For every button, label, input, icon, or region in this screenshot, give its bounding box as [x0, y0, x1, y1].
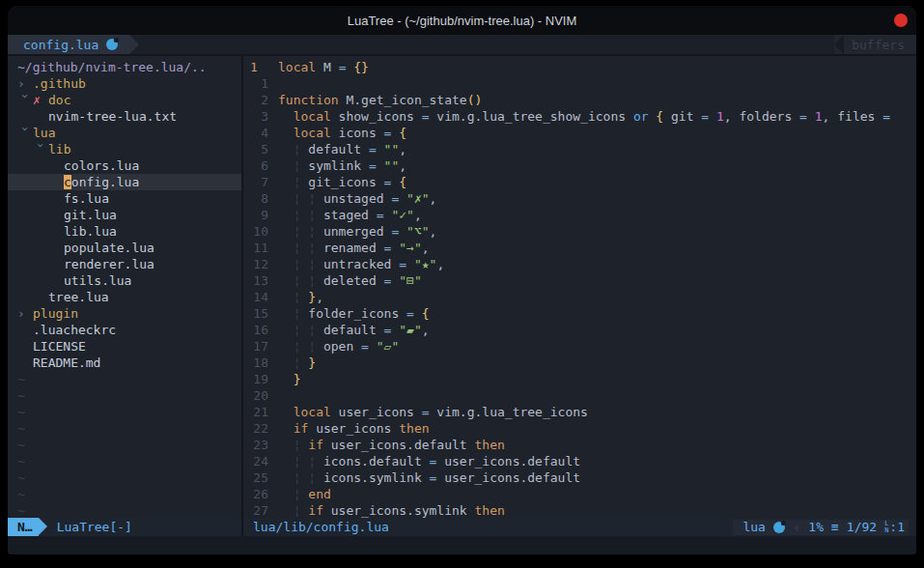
empty-line-tilde: ~	[8, 404, 241, 420]
code-text: ¦ if user_icons.default then	[278, 437, 505, 453]
line-number-relative: 15	[243, 305, 268, 322]
statusline: N… LuaTree[-] lua/lib/config.lua lua ‹ 1…	[8, 518, 916, 536]
code-line[interactable]: 1local M = {}	[243, 59, 916, 75]
tree-item-LICENSE[interactable]: LICENSE	[8, 338, 241, 355]
line-number-relative: 9	[243, 207, 268, 223]
tree-item-utils.lua[interactable]: utils.lua	[8, 272, 241, 289]
tree-item-doc[interactable]: ›✗doc	[8, 92, 241, 108]
code-line[interactable]: 24 ¦ ¦ icons.default = user_icons.defaul…	[243, 453, 916, 469]
code-editor-pane[interactable]: 1local M = {}12function M.get_icon_state…	[243, 56, 916, 518]
code-line[interactable]: 25 ¦ ¦ icons.symlink = user_icons.defaul…	[243, 469, 916, 486]
mode-badge-arrow-icon	[39, 518, 47, 535]
line-number-relative: 20	[243, 387, 268, 404]
code-line[interactable]: 16 ¦ ¦ default = "▰",	[243, 322, 916, 338]
empty-line-tilde: ~	[8, 453, 241, 469]
close-button[interactable]	[894, 14, 908, 27]
tree-item-lib[interactable]: ›lib	[8, 141, 241, 157]
tree-item-colors.lua[interactable]: colors.lua	[8, 157, 241, 174]
code-line[interactable]: 8 ¦ ¦ unstaged = "✗",	[243, 190, 916, 207]
code-line[interactable]: 3 local show_icons = vim.g.lua_tree_show…	[243, 108, 916, 125]
block-cursor: c	[64, 175, 71, 189]
tree-item-label: config.lua	[64, 175, 139, 189]
indent-spacer	[17, 355, 33, 371]
tree-item-tree.lua[interactable]: tree.lua	[8, 289, 241, 305]
code-line[interactable]: 27 ¦ if user_icons.symlink then	[243, 502, 916, 518]
code-text: ¦ ¦ icons.symlink = user_icons.default	[278, 469, 580, 486]
code-line[interactable]: 13 ¦ ¦ deleted = "⊟"	[243, 272, 916, 289]
code-line[interactable]: 2function M.get_icon_state()	[243, 92, 916, 108]
indent-spacer	[48, 190, 64, 207]
line-number-relative: 23	[243, 437, 268, 453]
code-line[interactable]: 10 ¦ ¦ unmerged = "⌥",	[243, 223, 916, 240]
tree-item-.luacheckrc[interactable]: .luacheckrc	[8, 322, 241, 338]
indent-spacer	[33, 108, 48, 125]
tree-item-nvim-tree-lua.txt[interactable]: nvim-tree-lua.txt	[8, 108, 241, 125]
code-line[interactable]: 4 local icons = {	[243, 125, 916, 141]
folder-expanded-arrow-icon[interactable]: ›	[17, 93, 34, 108]
empty-line-tilde: ~	[8, 469, 241, 486]
tab-config-lua[interactable]: config.lua	[8, 35, 129, 54]
tree-item-plugin[interactable]: ›plugin	[8, 305, 241, 322]
tree-item-label: README.md	[33, 355, 100, 370]
tree-item-label: doc	[48, 93, 70, 107]
code-text: local user_icons = vim.g.lua_tree_icons	[278, 404, 588, 420]
line-number-relative: 4	[243, 125, 268, 141]
code-text: ¦ ¦ open = "▱"	[278, 338, 399, 355]
tree-item-lua[interactable]: ›lua	[8, 125, 241, 141]
tree-item-git.lua[interactable]: git.lua	[8, 207, 241, 223]
window-title: LuaTree - (~/github/nvim-tree.lua) - NVI…	[348, 14, 577, 28]
folder-expanded-arrow-icon[interactable]: ›	[33, 142, 49, 157]
code-line[interactable]: 21 local user_icons = vim.g.lua_tree_ico…	[243, 404, 916, 420]
empty-line-tilde: ~	[8, 420, 241, 437]
tab-edge-arrow	[129, 35, 139, 54]
ln-icon-bottom: N	[884, 527, 888, 534]
titlebar[interactable]: LuaTree - (~/github/nvim-tree.lua) - NVI…	[8, 6, 916, 35]
code-line[interactable]: 18 ¦ }	[243, 355, 916, 371]
buffers-segment: buffers	[834, 35, 916, 54]
code-line[interactable]: 6 ¦ symlink = "",	[243, 157, 916, 174]
code-text: local M = {}	[278, 59, 369, 75]
indent-spacer	[48, 174, 64, 190]
tabline: config.lua buffers	[8, 35, 916, 56]
buffers-label: buffers	[844, 35, 916, 54]
statusline-file-path: lua/lib/config.lua	[253, 520, 389, 534]
tree-item-label: nvim-tree-lua.txt	[48, 109, 177, 124]
tree-item-README.md[interactable]: README.md	[8, 355, 241, 371]
code-line[interactable]: 5 ¦ default = "",	[243, 141, 916, 157]
code-line[interactable]: 7 ¦ git_icons = {	[243, 174, 916, 190]
folder-expanded-arrow-icon[interactable]: ›	[17, 126, 34, 141]
command-line[interactable]	[8, 536, 916, 554]
tree-item-fs.lua[interactable]: fs.lua	[8, 190, 241, 207]
tree-item-label: lib	[48, 142, 70, 156]
filetype-label: lua	[742, 520, 765, 534]
code-line[interactable]: 20	[243, 387, 916, 404]
tree-item-.github[interactable]: ›.github	[8, 75, 241, 92]
lua-moon-icon	[773, 522, 785, 533]
line-number-relative: 18	[243, 355, 268, 371]
tree-root-path[interactable]: ~/github/nvim-tree.lua/..	[8, 59, 241, 75]
tree-item-populate.lua[interactable]: populate.lua	[8, 240, 241, 256]
line-number-relative: 25	[243, 469, 268, 486]
code-line[interactable]: 9 ¦ ¦ staged = "✓",	[243, 207, 916, 223]
tree-item-lib.lua[interactable]: lib.lua	[8, 223, 241, 240]
folder-collapsed-arrow-icon[interactable]: ›	[17, 305, 33, 322]
line-number-relative: 3	[243, 108, 268, 125]
code-line[interactable]: 11 ¦ ¦ renamed = "→",	[243, 240, 916, 256]
tree-item-config.lua[interactable]: config.lua	[8, 174, 241, 190]
code-line[interactable]: 23 ¦ if user_icons.default then	[243, 437, 916, 453]
code-line[interactable]: 26 ¦ end	[243, 486, 916, 502]
code-line[interactable]: 15 ¦ folder_icons = {	[243, 305, 916, 322]
code-line[interactable]: 1	[243, 75, 916, 92]
tree-item-label: lib.lua	[64, 224, 117, 239]
tree-item-renderer.lua[interactable]: renderer.lua	[8, 256, 241, 272]
git-status-icon: ✗	[33, 92, 48, 108]
statusline-right-cluster: lua ‹ 1% ≡ 1/92 L N :1	[733, 520, 909, 535]
code-line[interactable]: 22 if user_icons then	[243, 420, 916, 437]
code-line[interactable]: 19 }	[243, 371, 916, 387]
code-line[interactable]: 12 ¦ ¦ untracked = "★",	[243, 256, 916, 272]
tree-item-label: .github	[33, 76, 86, 91]
folder-collapsed-arrow-icon[interactable]: ›	[17, 75, 33, 92]
statusline-app-name: LuaTree[-]	[57, 518, 132, 536]
code-line[interactable]: 14 ¦ },	[243, 289, 916, 305]
code-line[interactable]: 17 ¦ ¦ open = "▱"	[243, 338, 916, 355]
